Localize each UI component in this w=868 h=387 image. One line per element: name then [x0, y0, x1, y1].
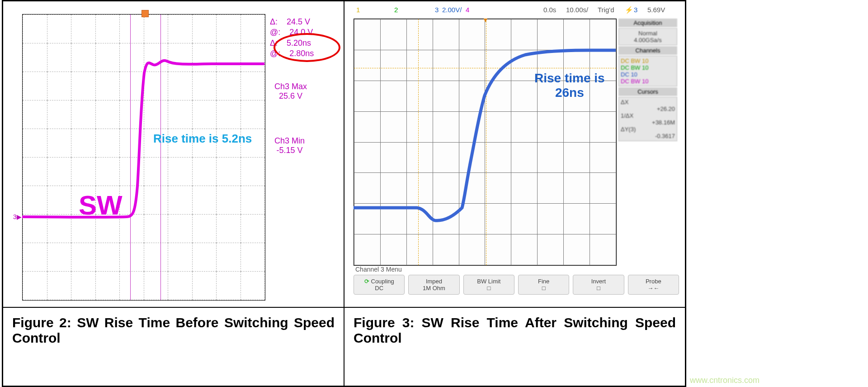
ch2-row: DC BW 10: [621, 64, 675, 71]
channel-menu-label: Channel 3 Menu: [355, 266, 402, 273]
acq-mode: Normal: [621, 30, 675, 37]
btn-fine[interactable]: Fine □: [518, 275, 569, 295]
idx-val: +38.16M: [621, 119, 675, 126]
btn1-l1: Imped: [413, 278, 454, 285]
highlight-circle-icon: [274, 33, 340, 62]
trig-src: 3: [634, 6, 637, 14]
trig-mode: Trig'd: [598, 6, 614, 14]
btn3-l1: Fine: [523, 278, 564, 285]
fig3-ann-l2: 26ns: [534, 86, 605, 100]
watermark: www.cntronics.com: [690, 376, 760, 385]
trig-level: 5.69V: [647, 6, 665, 14]
dy-val: -0.3617: [621, 133, 675, 139]
at-label: @:: [270, 28, 280, 37]
dx-val: +26.20: [621, 105, 675, 112]
delta-label: Δ:: [270, 17, 278, 26]
channels-header: Channels: [618, 46, 677, 55]
btn-imped[interactable]: Imped 1M Ohm: [408, 275, 459, 295]
ch3-row: DC 10: [621, 71, 675, 78]
dx-label: ΔX: [621, 99, 628, 105]
btn2-l2: □: [468, 285, 509, 291]
btn3-l2: □: [523, 285, 564, 291]
btn-coupling[interactable]: ⟳Coupling DC: [354, 275, 405, 295]
acq-values: Normal 4.00GSa/s: [618, 28, 677, 45]
scope2-menu: ⟳Coupling DC Imped 1M Ohm BW Limit □ Fin…: [354, 275, 679, 295]
btn0-l2: DC: [359, 285, 400, 291]
tdiv: 10.00s/: [566, 6, 588, 14]
scope2: 1 2 3 2.00V/ 4 0.0s 10.00s/ Trig'd ⚡ 3 5…: [354, 3, 679, 306]
scope2-trace: [354, 19, 616, 265]
fig2-caption: Figure 2: SW Rise Time Before Switching …: [3, 307, 344, 386]
trace-label: SW: [79, 190, 123, 221]
ch3min-val: -5.15 V: [274, 146, 305, 155]
dy-label: ΔY(3): [621, 126, 636, 133]
tpos: 0.0s: [543, 6, 556, 14]
ch4-label: 4: [466, 6, 469, 14]
fig2-annotation: Rise time is 5.2ns: [153, 132, 252, 146]
figure-3-panel: 1 2 3 2.00V/ 4 0.0s 10.00s/ Trig'd ⚡ 3 5…: [344, 1, 685, 307]
cycle-icon: ⟳: [364, 278, 369, 285]
fig3-ann-l1: Rise time is: [534, 71, 605, 86]
btn0-l1: Coupling: [371, 278, 394, 285]
vscale: 2.00V/: [442, 6, 462, 14]
fig3-annotation: Rise time is 26ns: [534, 71, 605, 100]
btn5-l1: Probe: [633, 278, 674, 285]
channels-list: DC BW 10 DC BW 10 DC 10 DC BW 10: [618, 56, 677, 86]
ch4-row: DC BW 10: [621, 78, 675, 85]
cursors-values: ΔX +26.20 1/ΔX +38.16M ΔY(3) -0.3617: [618, 97, 677, 141]
btn2-l1: BW Limit: [468, 278, 509, 285]
ch3max: Ch3 Max 25.6 V: [274, 82, 307, 101]
scope2-sidepanel: Acquisition Normal 4.00GSa/s Channels DC…: [618, 19, 677, 142]
idx-label: 1/ΔX: [621, 112, 633, 119]
ch-marker-icon: 3▶: [13, 213, 22, 220]
btn-bwlimit[interactable]: BW Limit □: [463, 275, 514, 295]
ch3min: Ch3 Min -5.15 V: [274, 136, 305, 155]
ch2-label: 2: [394, 6, 398, 14]
btn4-l2: □: [578, 285, 619, 291]
delta-val: 24.5 V: [287, 17, 310, 26]
ch3-label: 3: [435, 6, 439, 14]
figure-2-panel: T SW Rise time is 5.2ns Δ: 24.5 V @: 24.…: [3, 1, 344, 307]
btn-probe[interactable]: Probe →←: [628, 275, 679, 295]
btn5-l2: →←: [633, 285, 674, 291]
ch3max-val: 25.6 V: [274, 91, 307, 101]
btn-invert[interactable]: Invert □: [573, 275, 624, 295]
btn4-l1: Invert: [578, 278, 619, 285]
btn1-l2: 1M Ohm: [413, 285, 454, 291]
scope1-trace: [22, 14, 264, 300]
ch3min-label: Ch3 Min: [274, 136, 305, 146]
acq-rate: 4.00GSa/s: [621, 37, 675, 43]
fig3-caption: Figure 3: SW Rise Time After Switching S…: [344, 307, 685, 386]
ch1-row: DC BW 10: [621, 57, 675, 64]
ch3max-label: Ch3 Max: [274, 82, 307, 91]
edge-icon: ⚡: [625, 6, 633, 14]
cursors-header: Cursors: [618, 87, 677, 96]
scope1: T SW Rise time is 5.2ns Δ: 24.5 V @: 24.…: [22, 14, 337, 301]
acq-header: Acquisition: [618, 19, 677, 27]
ch1-label: 1: [356, 6, 360, 14]
